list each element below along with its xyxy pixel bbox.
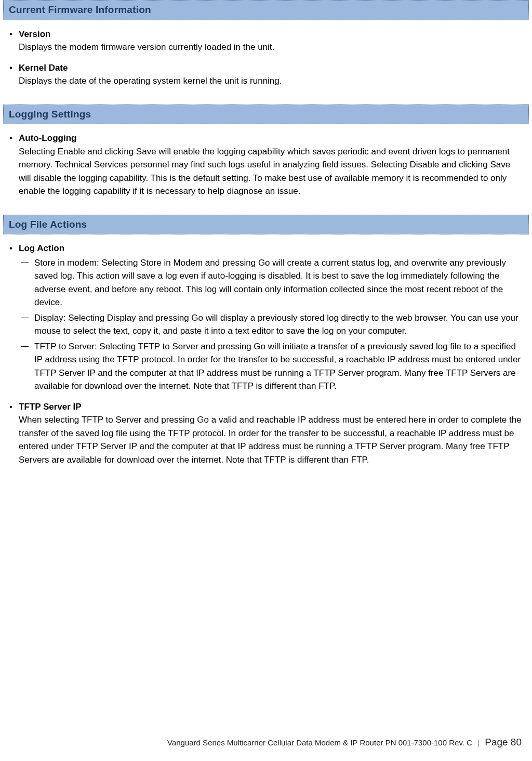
term-version: Version	[19, 28, 524, 41]
desc-tftp-server-ip: When selecting TFTP to Server and pressi…	[19, 413, 524, 466]
logging-content: Auto-Logging Selecting Enable and clicki…	[0, 124, 532, 215]
list-item: TFTP Server IP When selecting TFTP to Se…	[19, 400, 524, 467]
section-header-firmware: Current Firmware Information	[3, 0, 529, 20]
term-log-action: Log Action	[19, 242, 524, 255]
list-item: Log Action Store in modem: Selecting Sto…	[19, 242, 524, 393]
footer-doc-title: Vanguard Series Multicarrier Cellular Da…	[167, 738, 472, 747]
desc-kernel-date: Displays the date of the operating syste…	[19, 74, 524, 88]
section-header-logactions: Log File Actions	[3, 215, 529, 235]
list-item: Version Displays the modem firmware vers…	[19, 28, 524, 54]
desc-auto-logging: Selecting Enable and clicking Save will …	[19, 145, 524, 198]
footer-separator: |	[477, 738, 480, 747]
term-auto-logging: Auto-Logging	[19, 132, 524, 145]
logactions-content: Log Action Store in modem: Selecting Sto…	[0, 234, 532, 483]
list-item: Kernel Date Displays the date of the ope…	[19, 61, 524, 88]
section-header-logging: Logging Settings	[3, 104, 529, 125]
footer-page-number: Page 80	[485, 737, 522, 747]
list-item: Auto-Logging Selecting Enable and clicki…	[19, 132, 524, 198]
term-kernel-date: Kernel Date	[19, 61, 524, 75]
sub-item-store: Store in modem: Selecting Store in Modem…	[19, 256, 524, 309]
firmware-content: Version Displays the modem firmware vers…	[0, 20, 532, 104]
page-footer: Vanguard Series Multicarrier Cellular Da…	[167, 735, 522, 750]
sub-item-tftp: TFTP to Server: Selecting TFTP to Server…	[19, 340, 524, 393]
desc-version: Displays the modem firmware version curr…	[19, 41, 524, 54]
sub-item-display: Display: Selecting Display and pressing …	[19, 311, 524, 338]
term-tftp-server-ip: TFTP Server IP	[19, 400, 524, 414]
